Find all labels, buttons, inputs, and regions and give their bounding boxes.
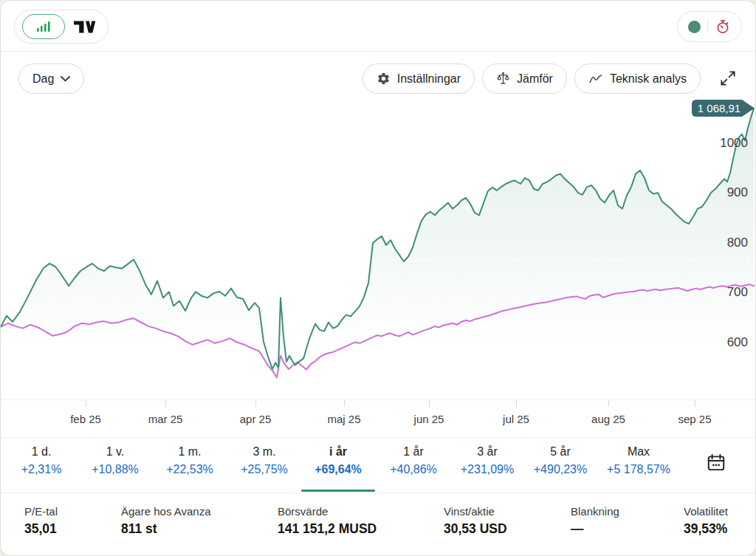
squiggle-line-icon (588, 72, 603, 86)
period-tab-label: 1 v. (75, 445, 156, 459)
y-axis-label: 800 (727, 236, 748, 250)
period-tab-5-år[interactable]: 5 år+490,23% (520, 445, 601, 488)
stat-value: 35,01 (24, 521, 58, 537)
balance-scale-icon (496, 72, 510, 86)
x-axis-tick (516, 400, 517, 407)
stock-chart-card: Dag Inställningar Jämför Teknisk anal (0, 0, 756, 556)
last-price-badge-text: 1 068,91 (698, 102, 740, 114)
stat-volatilitet: Volatilitet39,53% (684, 505, 728, 537)
period-tab-3-m-[interactable]: 3 m.+25,75% (224, 445, 305, 488)
stat-label: Volatilitet (684, 505, 728, 518)
period-tab-change: +2,31% (1, 463, 82, 476)
x-axis-tick (86, 400, 86, 407)
stat-value: 39,53% (684, 521, 728, 537)
price-chart[interactable]: 60070080090010001 068,91 (1, 97, 755, 399)
x-axis-tick (344, 400, 345, 407)
x-axis-label: jun 25 (414, 413, 444, 425)
stat-value: 141 151,2 MUSD (278, 521, 377, 537)
period-tab-1-v-[interactable]: 1 v.+10,88% (75, 445, 156, 488)
chevron-down-icon (61, 76, 70, 82)
key-stats-bar: P/E-tal35,01Ägare hos Avanza811 stBörsvä… (1, 492, 755, 555)
x-axis-label: aug 25 (591, 413, 625, 425)
x-axis-tick (165, 400, 166, 407)
period-tab-label: i år (298, 445, 379, 459)
stat-p-e-tal: P/E-tal35,01 (24, 505, 58, 537)
settings-button[interactable]: Inställningar (362, 64, 475, 94)
period-tab-max[interactable]: Max+5 178,57% (598, 445, 679, 488)
x-axis-label: mar 25 (148, 413, 183, 425)
stat-vinst-aktie: Vinst/aktie30,53 USD (444, 505, 507, 537)
x-axis-label: apr 25 (240, 413, 272, 425)
expand-arrows-icon (718, 69, 738, 88)
period-tab-3-år[interactable]: 3 år+231,09% (447, 445, 528, 488)
top-bar (1, 1, 755, 52)
period-tab-change: +25,75% (224, 463, 305, 476)
period-tab-1-m-[interactable]: 1 m.+22,53% (149, 445, 230, 488)
period-tab-i-år[interactable]: i år+69,64% (298, 445, 379, 488)
period-tab-change: +69,64% (298, 463, 379, 476)
custom-date-range-button[interactable] (700, 448, 732, 479)
x-axis-label: sep 25 (678, 413, 711, 425)
fullscreen-button[interactable] (713, 69, 743, 89)
period-tab-change: +490,23% (520, 463, 601, 476)
x-axis-tick (255, 400, 256, 407)
stat-blankning: Blankning— (571, 505, 619, 537)
period-tab-change: +40,86% (373, 463, 454, 476)
period-tab-label: Max (598, 445, 679, 459)
period-tab-change: +22,53% (149, 463, 230, 476)
timer-icon[interactable] (715, 18, 731, 35)
stat-börsvärde: Börsvärde141 151,2 MUSD (278, 505, 377, 537)
stat-ägare-hos-avanza: Ägare hos Avanza811 st (121, 505, 210, 537)
compare-button[interactable]: Jämför (482, 64, 567, 94)
stat-value: 811 st (121, 521, 210, 537)
market-status-pill[interactable] (677, 11, 742, 42)
period-tab-change: +231,09% (447, 463, 528, 476)
gear-icon (377, 72, 391, 86)
period-tab-label: 1 år (373, 445, 454, 459)
period-tab-1-år[interactable]: 1 år+40,86% (373, 445, 454, 488)
period-tab-change: +10,88% (75, 463, 156, 476)
market-open-dot-icon (688, 21, 701, 33)
stat-label: P/E-tal (24, 505, 58, 518)
stat-label: Blankning (571, 505, 619, 518)
period-tab-label: 5 år (520, 445, 601, 459)
bar-chart-icon (36, 21, 51, 32)
x-axis: feb 25mar 25apr 25maj 25jun 25jul 25aug … (1, 399, 755, 438)
compare-label: Jämför (517, 72, 553, 86)
interval-label: Dag (32, 72, 54, 86)
x-axis-label: feb 25 (70, 413, 101, 425)
y-axis-label: 600 (727, 335, 748, 349)
stat-label: Ägare hos Avanza (121, 505, 210, 518)
chart-toolbar: Inställningar Jämför Teknisk analys (362, 64, 701, 94)
area-chart-style-option[interactable] (22, 14, 65, 39)
period-tab-1-d-[interactable]: 1 d.+2,31% (1, 445, 82, 488)
period-tab-change: +5 178,57% (598, 463, 679, 476)
stat-label: Börsvärde (278, 505, 377, 518)
y-axis-label: 1000 (720, 136, 748, 150)
interval-dropdown[interactable]: Dag (18, 64, 84, 94)
y-axis-label: 700 (727, 285, 748, 299)
stat-label: Vinst/aktie (444, 505, 507, 518)
settings-label: Inställningar (397, 72, 461, 86)
period-tab-label: 1 m. (149, 445, 230, 459)
stat-value: — (571, 521, 619, 537)
period-tab-label: 3 m. (224, 445, 305, 459)
stat-value: 30,53 USD (444, 521, 507, 537)
x-axis-tick (608, 400, 609, 407)
calendar-icon (706, 453, 726, 473)
chart-style-toggle[interactable] (14, 10, 109, 44)
period-tabs: 1 d.+2,31%1 v.+10,88%1 m.+22,53%3 m.+25,… (1, 437, 755, 493)
y-axis-label: 900 (727, 185, 748, 199)
technical-analysis-label: Teknisk analys (610, 72, 687, 86)
period-tab-label: 3 år (447, 445, 528, 459)
tradingview-logo-icon[interactable] (74, 21, 96, 33)
x-axis-tick (695, 400, 695, 407)
price-area-fill (1, 109, 754, 399)
x-axis-label: jul 25 (503, 413, 529, 425)
technical-analysis-button[interactable]: Teknisk analys (574, 64, 701, 94)
period-tab-label: 1 d. (1, 445, 82, 459)
x-axis-label: maj 25 (327, 413, 360, 425)
x-axis-tick (429, 400, 430, 407)
status-separator (707, 20, 708, 33)
